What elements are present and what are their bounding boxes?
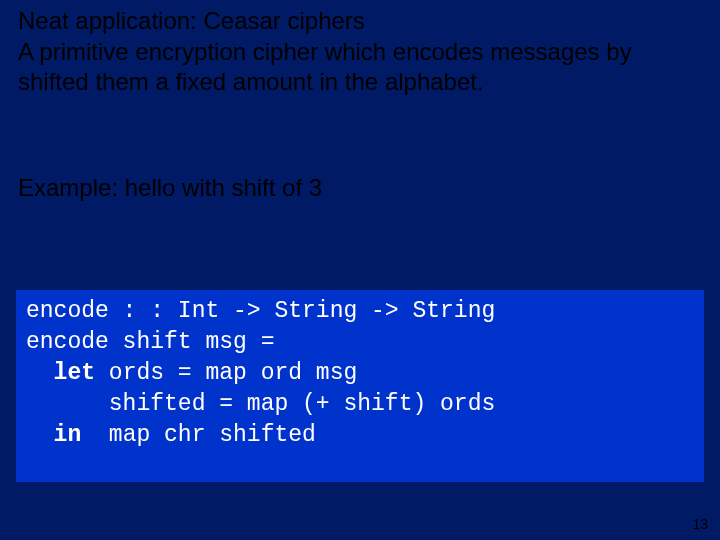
code-keyword-let: let — [54, 360, 95, 386]
example-text: Example: hello with shift of 3 — [18, 172, 322, 203]
code-line-1: encode : : Int -> String -> String — [26, 298, 495, 324]
code-line-5: map chr shifted — [81, 422, 316, 448]
code-line-3: ords = map ord msg — [95, 360, 357, 386]
description-line: A primitive encryption cipher which enco… — [18, 38, 632, 96]
code-block: encode : : Int -> String -> String encod… — [16, 290, 704, 482]
page-number: 13 — [692, 516, 708, 532]
title-line: Neat application: Ceasar ciphers — [18, 7, 365, 34]
code-keyword-in: in — [54, 422, 82, 448]
code-line-2: encode shift msg = — [26, 329, 274, 355]
code-line-4: shifted = map (+ shift) ords — [26, 391, 495, 417]
intro-text: Neat application: Ceasar ciphers A primi… — [18, 6, 688, 98]
